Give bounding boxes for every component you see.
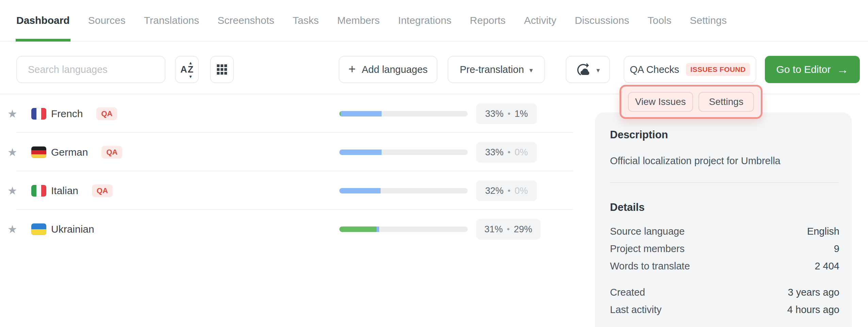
- nav-tab-sources[interactable]: Sources: [88, 0, 126, 41]
- sync-sources-dropdown[interactable]: ▾: [566, 56, 610, 83]
- detail-value: 4 hours ago: [787, 304, 839, 315]
- star-icon[interactable]: ★: [7, 185, 17, 196]
- view-issues-button[interactable]: View Issues: [628, 92, 693, 112]
- search-input[interactable]: [28, 64, 154, 75]
- detail-value: 2 404: [815, 261, 839, 272]
- sort-az-icon: A ▴ Z ▾: [180, 61, 193, 79]
- approved-percent: 1%: [515, 108, 528, 119]
- search-languages-box: [16, 56, 165, 83]
- description-text: Official localization project for Umbrel…: [610, 155, 839, 167]
- cloud-sync-icon: [576, 62, 592, 77]
- nav-tab-label: Tasks: [293, 15, 319, 26]
- language-flag-icon: [31, 185, 46, 197]
- detail-row: Words to translate 2 404: [610, 261, 839, 272]
- arrow-right-icon: →: [837, 64, 849, 75]
- detail-label: Created: [610, 287, 645, 298]
- nav-tab-settings[interactable]: Settings: [690, 0, 727, 41]
- nav-tab-label: Sources: [88, 15, 126, 26]
- detail-row: Source language English: [610, 226, 839, 237]
- detail-value: English: [807, 226, 839, 237]
- details-primary: Source language English Project members …: [610, 226, 839, 272]
- chevron-down-icon: ▾: [596, 66, 600, 74]
- nav-tab-integrations[interactable]: Integrations: [398, 0, 452, 41]
- dot-separator: •: [508, 109, 510, 119]
- qa-checks-button[interactable]: QA Checks ISSUES FOUND: [624, 56, 756, 83]
- plus-icon: +: [349, 63, 356, 75]
- nav-tab-members[interactable]: Members: [337, 0, 380, 41]
- add-languages-label: Add languages: [362, 64, 428, 75]
- go-to-editor-label: Go to Editor: [776, 64, 831, 75]
- qa-issues-badge[interactable]: QA: [96, 107, 117, 120]
- translation-progress-bar: [339, 227, 468, 232]
- nav-tab-tasks[interactable]: Tasks: [293, 0, 319, 41]
- nav-tab-label: Settings: [690, 15, 727, 26]
- language-flag-icon: [31, 223, 46, 235]
- nav-tab-label: Discussions: [575, 15, 629, 26]
- approved-percent: 29%: [514, 224, 532, 234]
- detail-label: Last activity: [610, 304, 662, 315]
- grid-icon: [216, 64, 227, 75]
- details-secondary: Created 3 years ago Last activity 4 hour…: [610, 287, 839, 315]
- language-row-german[interactable]: ★ German QA 33% • 0%: [0, 133, 575, 171]
- nav-tab-label: Integrations: [398, 15, 452, 26]
- issues-found-badge: ISSUES FOUND: [686, 63, 750, 76]
- translated-percent: 33%: [485, 147, 503, 157]
- progress-percent-badge: 33% • 1%: [476, 103, 537, 124]
- nav-tab-translations[interactable]: Translations: [144, 0, 199, 41]
- qa-settings-button[interactable]: Settings: [698, 92, 754, 112]
- dot-separator: •: [508, 147, 510, 157]
- translation-progress-bar: [339, 111, 468, 116]
- description-title: Description: [610, 129, 839, 141]
- detail-value: 9: [834, 243, 839, 254]
- language-row-ukrainian[interactable]: ★ Ukrainian 31% • 29%: [0, 210, 575, 248]
- detail-row: Created 3 years ago: [610, 287, 839, 298]
- grid-view-button[interactable]: [210, 56, 234, 83]
- nav-tab-activity[interactable]: Activity: [524, 0, 556, 41]
- language-name: Ukrainian: [51, 223, 94, 235]
- nav-tab-screenshots[interactable]: Screenshots: [218, 0, 274, 41]
- nav-tab-tools[interactable]: Tools: [647, 0, 671, 41]
- pre-translation-dropdown[interactable]: Pre-translation ▾: [448, 56, 545, 83]
- qa-checks-label: QA Checks: [630, 64, 679, 75]
- details-title: Details: [610, 201, 839, 214]
- translated-progress-segment: [341, 111, 382, 116]
- qa-issues-badge[interactable]: QA: [101, 146, 122, 159]
- qa-checks-popup: View Issues Settings: [620, 85, 762, 119]
- language-row-italian[interactable]: ★ Italian QA 32% • 0%: [0, 171, 575, 210]
- translation-progress-bar: [339, 150, 468, 155]
- approved-percent: 0%: [515, 185, 528, 196]
- detail-row: Project members 9: [610, 243, 839, 254]
- chevron-down-icon: ▾: [529, 66, 533, 74]
- progress-percent-badge: 33% • 0%: [476, 142, 537, 162]
- star-icon[interactable]: ★: [7, 224, 17, 235]
- sort-az-button[interactable]: A ▴ Z ▾: [175, 56, 199, 83]
- language-name: French: [51, 108, 83, 120]
- detail-label: Project members: [610, 243, 685, 254]
- top-navigation: Dashboard Sources Translations Screensho…: [0, 0, 868, 42]
- qa-issues-badge[interactable]: QA: [92, 184, 113, 197]
- star-icon[interactable]: ★: [7, 108, 17, 119]
- translated-progress-segment: [376, 227, 379, 232]
- pre-translation-label: Pre-translation: [460, 64, 524, 75]
- progress-percent-badge: 32% • 0%: [476, 180, 537, 201]
- language-name: Italian: [51, 185, 78, 197]
- nav-tab-label: Members: [337, 15, 380, 26]
- nav-tab-reports[interactable]: Reports: [470, 0, 505, 41]
- language-row-french[interactable]: ★ French QA 33% • 1%: [0, 94, 575, 133]
- detail-value: 3 years ago: [788, 287, 839, 298]
- add-languages-button[interactable]: + Add languages: [339, 56, 437, 83]
- nav-tab-label: Translations: [144, 15, 199, 26]
- language-flag-icon: [31, 146, 46, 158]
- go-to-editor-button[interactable]: Go to Editor →: [765, 56, 860, 83]
- project-dashboard-page: Dashboard Sources Translations Screensho…: [0, 0, 868, 327]
- language-name: German: [51, 146, 88, 158]
- nav-tab-label: Screenshots: [218, 15, 274, 26]
- star-icon[interactable]: ★: [7, 147, 17, 158]
- detail-label: Source language: [610, 226, 685, 237]
- nav-tab-dashboard[interactable]: Dashboard: [16, 0, 70, 41]
- translated-progress-segment: [339, 150, 382, 155]
- nav-tab-label: Dashboard: [16, 15, 70, 26]
- nav-tab-discussions[interactable]: Discussions: [575, 0, 629, 41]
- translated-percent: 32%: [485, 185, 503, 196]
- detail-label: Words to translate: [610, 261, 690, 272]
